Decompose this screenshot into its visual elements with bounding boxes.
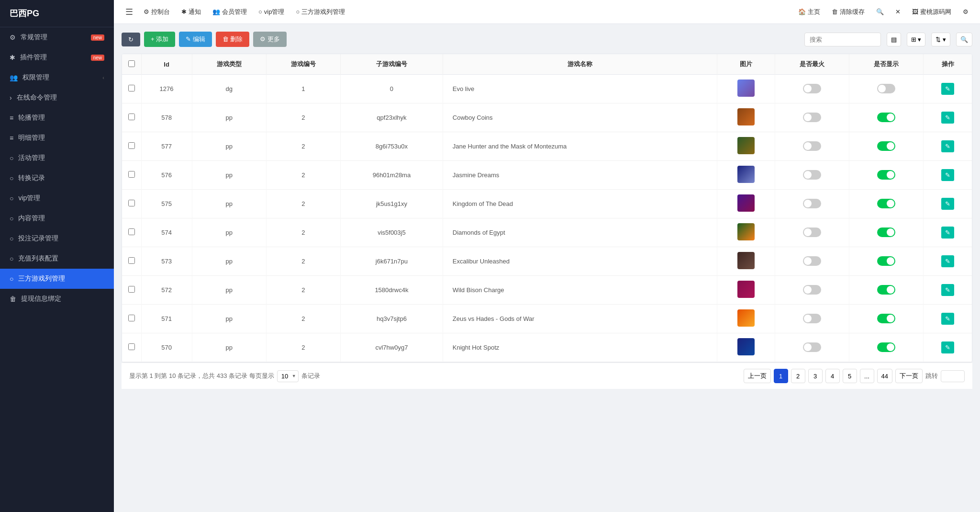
plugin-icon: ✱	[10, 54, 15, 61]
show-toggle[interactable]	[877, 285, 895, 295]
hot-toggle[interactable]	[803, 141, 821, 151]
row-checkbox[interactable]	[128, 343, 135, 350]
sidebar-item-convert[interactable]: ○ 转换记录	[0, 168, 114, 188]
row-edit-button[interactable]: ✎	[941, 169, 954, 181]
hot-toggle[interactable]	[803, 342, 821, 352]
cell-type: pp	[192, 247, 266, 276]
sidebar-item-carousel[interactable]: ≡ 轮播管理	[0, 108, 114, 128]
sidebar-label-plugin: 插件管理	[20, 53, 88, 62]
show-toggle[interactable]	[877, 256, 895, 266]
row-checkbox[interactable]	[128, 171, 135, 178]
page-1-button[interactable]: 1	[774, 369, 788, 383]
edit-button[interactable]: ✎ 编辑	[179, 32, 212, 47]
row-edit-button[interactable]: ✎	[941, 112, 954, 124]
row-edit-button[interactable]: ✎	[941, 198, 954, 210]
sidebar-item-third-game[interactable]: ○ 三方游戏列管理	[0, 269, 114, 289]
row-checkbox[interactable]	[128, 200, 135, 206]
page-2-button[interactable]: 2	[791, 369, 805, 383]
hot-toggle[interactable]	[803, 199, 821, 208]
page-44-button[interactable]: 44	[877, 369, 892, 383]
show-toggle[interactable]	[877, 314, 895, 323]
row-edit-button[interactable]: ✎	[941, 284, 954, 296]
show-toggle[interactable]	[877, 113, 895, 122]
badge-new-general: new	[91, 34, 104, 41]
sidebar-label-content: 内容管理	[18, 214, 104, 223]
topnav-vip[interactable]: ○ vip管理	[254, 5, 289, 19]
jump-input[interactable]	[941, 370, 965, 382]
page-3-button[interactable]: 3	[808, 369, 823, 383]
sidebar-item-permissions[interactable]: 👥 权限管理 ‹	[0, 68, 114, 88]
column-search-button[interactable]: 🔍	[956, 33, 972, 46]
cell-image	[717, 247, 775, 276]
row-edit-button[interactable]: ✎	[941, 313, 954, 325]
row-checkbox[interactable]	[128, 85, 135, 91]
delete-button[interactable]: 🗑 删除	[216, 32, 250, 47]
sidebar-item-vip[interactable]: ○ vip管理	[0, 188, 114, 208]
row-edit-button[interactable]: ✎	[941, 227, 954, 239]
cell-show	[849, 333, 924, 362]
row-checkbox[interactable]	[128, 315, 135, 321]
sidebar-item-cmd[interactable]: › 在线命令管理	[0, 88, 114, 108]
topnav-members[interactable]: 👥 会员管理	[208, 5, 252, 19]
more-button[interactable]: ⚙ 更多	[253, 32, 287, 47]
list-view-button[interactable]: ▤	[887, 33, 901, 46]
sidebar-item-withdraw[interactable]: 🗑 提现信息绑定	[0, 289, 114, 309]
page-4-button[interactable]: 4	[825, 369, 840, 383]
topnav-settings[interactable]: ⚙	[959, 6, 972, 18]
hot-toggle[interactable]	[803, 84, 821, 93]
sidebar-item-bet[interactable]: ○ 投注记录管理	[0, 228, 114, 249]
convert-icon: ○	[10, 174, 13, 182]
hot-toggle[interactable]	[803, 170, 821, 180]
cell-id: 572	[141, 276, 192, 305]
topnav-dashboard[interactable]: ⚙ 控制台	[139, 5, 175, 19]
topnav-third-game[interactable]: ○ 三方游戏列管理	[291, 5, 350, 19]
sidebar-item-activity[interactable]: ○ 活动管理	[0, 148, 114, 168]
vip-icon: ○	[10, 194, 13, 202]
row-checkbox[interactable]	[128, 142, 135, 149]
show-toggle[interactable]	[877, 199, 895, 208]
topnav-home[interactable]: 🏠 主页	[794, 5, 824, 19]
sidebar-item-plugin[interactable]: ✱ 插件管理 new	[0, 47, 114, 68]
select-all-checkbox[interactable]	[128, 60, 135, 67]
per-page-select[interactable]: 10 20 50	[277, 370, 299, 382]
refresh-button[interactable]: ↻	[122, 33, 140, 46]
hot-toggle[interactable]	[803, 285, 821, 295]
cell-name: Evo live	[443, 75, 717, 103]
show-toggle[interactable]	[877, 141, 895, 151]
search-input[interactable]	[804, 33, 881, 46]
prev-page-button[interactable]: 上一页	[744, 369, 771, 383]
hot-toggle[interactable]	[803, 314, 821, 323]
cell-show	[849, 247, 924, 276]
sidebar-item-general[interactable]: ⚙ 常规管理 new	[0, 27, 114, 47]
topnav-notify[interactable]: ✱ 通知	[177, 5, 206, 19]
row-checkbox[interactable]	[128, 114, 135, 120]
show-toggle[interactable]	[877, 228, 895, 237]
sidebar-item-detail[interactable]: ≡ 明细管理	[0, 128, 114, 148]
hot-toggle[interactable]	[803, 256, 821, 266]
cell-subcode: hq3v7sjtp6	[341, 305, 443, 333]
hot-toggle[interactable]	[803, 113, 821, 122]
row-checkbox[interactable]	[128, 257, 135, 264]
hot-toggle[interactable]	[803, 228, 821, 237]
grid-view-button[interactable]: ⊞ ▾	[907, 33, 926, 46]
row-edit-button[interactable]: ✎	[941, 255, 954, 267]
show-toggle[interactable]	[877, 84, 895, 93]
row-edit-button[interactable]: ✎	[941, 341, 954, 353]
sidebar-item-content[interactable]: ○ 内容管理	[0, 208, 114, 228]
topnav-clear-cache[interactable]: 🗑 清除缓存	[828, 5, 869, 19]
show-toggle[interactable]	[877, 170, 895, 180]
row-edit-button[interactable]: ✎	[941, 140, 954, 152]
next-page-button[interactable]: 下一页	[895, 369, 923, 383]
row-edit-button[interactable]: ✎	[941, 83, 954, 95]
row-checkbox[interactable]	[128, 286, 135, 293]
hamburger-icon[interactable]: ☰	[122, 5, 137, 19]
topnav-brand[interactable]: 🖼 蜜桃源码网	[908, 5, 955, 19]
add-button[interactable]: + 添加	[144, 32, 175, 47]
sidebar-item-recharge[interactable]: ○ 充值列表配置	[0, 249, 114, 269]
topnav-close-btn[interactable]: ✕	[891, 6, 904, 18]
show-toggle[interactable]	[877, 342, 895, 352]
topnav-search-icon-btn[interactable]: 🔍	[872, 6, 888, 18]
page-5-button[interactable]: 5	[843, 369, 857, 383]
sort-button[interactable]: ⇅ ▾	[931, 33, 950, 46]
row-checkbox[interactable]	[128, 228, 135, 235]
